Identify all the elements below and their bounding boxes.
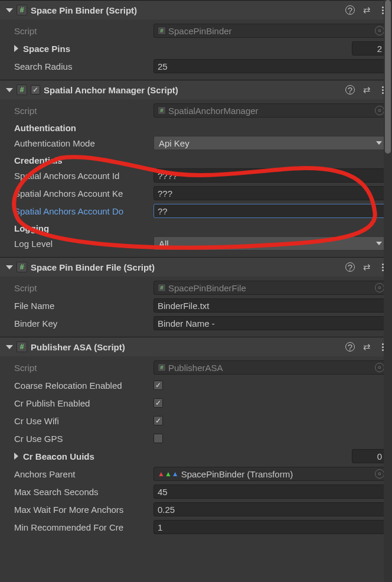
logging-header: Logging — [5, 220, 387, 235]
search-radius-label: Search Radius — [5, 61, 151, 71]
script-field[interactable]: # SpatialAnchorManager ⊙ — [153, 103, 387, 118]
preset-icon[interactable]: ⇄ — [363, 5, 371, 15]
script-label: Script — [5, 363, 151, 373]
help-icon[interactable]: ? — [345, 85, 355, 95]
script-icon: # — [17, 262, 27, 272]
script-field[interactable]: # SpacePinBinder ⊙ — [153, 24, 387, 38]
coarse-label: Coarse Relocation Enabled — [5, 381, 151, 391]
account-domain-label: Spatial Anchors Account Do — [5, 206, 151, 216]
script-icon: # — [17, 5, 27, 15]
component-spatial-anchor-manager: # ✓ Spatial Anchor Manager (Script) ? ⇄ … — [0, 80, 392, 257]
preset-icon[interactable]: ⇄ — [363, 342, 371, 352]
scrollbar-thumb[interactable] — [385, 0, 391, 154]
help-icon[interactable]: ? — [345, 5, 355, 15]
preset-icon[interactable]: ⇄ — [363, 262, 371, 272]
anchors-parent-label: Anchors Parent — [5, 469, 151, 479]
component-publisher-asa: # Publisher ASA (Script) ? ⇄ Script # Pu… — [0, 337, 392, 541]
script-field[interactable]: # SpacePinBinderFile ⊙ — [153, 281, 387, 295]
component-header[interactable]: # Publisher ASA (Script) ? ⇄ — [0, 337, 392, 356]
preset-icon[interactable]: ⇄ — [363, 84, 371, 95]
component-title: Space Pin Binder (Script) — [31, 5, 342, 15]
header-actions: ? ⇄ — [345, 262, 388, 272]
component-header[interactable]: # Space Pin Binder (Script) ? ⇄ — [0, 1, 392, 19]
object-picker-icon[interactable]: ⊙ — [375, 283, 384, 292]
auth-header: Authentication — [5, 119, 387, 134]
max-search-label: Max Search Seconds — [5, 487, 151, 497]
script-label: Script — [5, 26, 151, 36]
script-value: SpacePinBinder — [168, 26, 373, 36]
cr-gps-label: Cr Use GPS — [5, 434, 151, 444]
max-wait-field[interactable]: 0.25 — [153, 502, 387, 516]
max-search-field[interactable]: 45 — [153, 485, 387, 499]
min-rec-label: Min Recommended For Cre — [5, 522, 151, 532]
account-key-label: Spatial Anchors Account Ke — [5, 188, 151, 199]
scrollbar-track[interactable] — [384, 0, 392, 582]
anchors-parent-value: SpacePinBinder (Transform) — [181, 469, 373, 479]
binder-key-field[interactable]: Binder Name - — [153, 316, 387, 330]
object-picker-icon[interactable]: ⊙ — [375, 26, 384, 35]
foldout-toggle[interactable] — [14, 453, 18, 460]
log-level-dropdown[interactable]: All — [153, 236, 387, 251]
component-title: Publisher ASA (Script) — [31, 342, 342, 352]
auth-mode-dropdown[interactable]: Api Key — [153, 136, 387, 150]
enable-checkbox[interactable]: ✓ — [31, 85, 40, 95]
beacon-count[interactable]: 0 — [352, 449, 387, 463]
component-header[interactable]: # Space Pin Binder File (Script) ? ⇄ — [0, 258, 392, 277]
space-pins-label: Space Pins — [23, 44, 347, 54]
credentials-header: Credentials — [5, 152, 387, 167]
account-domain-field[interactable]: ?? — [153, 204, 387, 218]
header-actions: ? ⇄ — [345, 84, 388, 95]
auth-mode-label: Authentication Mode — [5, 138, 151, 148]
inspector-panel: # Space Pin Binder (Script) ? ⇄ Script #… — [0, 0, 392, 541]
script-field[interactable]: # PublisherASA ⊙ — [153, 360, 387, 375]
cr-wifi-label: Cr Use Wifi — [5, 416, 151, 426]
component-title: Spatial Anchor Manager (Script) — [44, 85, 342, 95]
component-title: Space Pin Binder File (Script) — [31, 262, 342, 272]
script-value: PublisherASA — [168, 363, 373, 373]
foldout-toggle[interactable] — [14, 45, 18, 52]
foldout-toggle[interactable] — [6, 88, 13, 92]
component-header[interactable]: # ✓ Spatial Anchor Manager (Script) ? ⇄ — [0, 80, 392, 99]
script-icon: # — [158, 27, 166, 35]
cr-wifi-checkbox[interactable]: ✓ — [153, 416, 163, 425]
foldout-toggle[interactable] — [6, 265, 13, 269]
script-icon: # — [158, 284, 166, 292]
transform-icon: ▲▲▲ — [158, 470, 179, 478]
help-icon[interactable]: ? — [345, 262, 355, 272]
max-wait-label: Max Wait For More Anchors — [5, 505, 151, 515]
foldout-toggle[interactable] — [6, 8, 13, 12]
object-picker-icon[interactable]: ⊙ — [375, 106, 384, 115]
search-radius-field[interactable]: 25 — [153, 59, 387, 73]
script-icon: # — [158, 106, 166, 115]
script-icon: # — [17, 342, 27, 352]
component-space-pin-binder: # Space Pin Binder (Script) ? ⇄ Script #… — [0, 0, 392, 80]
coarse-checkbox[interactable]: ✓ — [153, 381, 163, 390]
anchors-parent-field[interactable]: ▲▲▲ SpacePinBinder (Transform) ⊙ — [153, 467, 387, 481]
cr-gps-checkbox[interactable] — [153, 434, 163, 443]
account-id-field[interactable]: ???? — [153, 168, 387, 183]
min-rec-field[interactable]: 1 — [153, 520, 387, 534]
script-icon: # — [17, 84, 27, 95]
account-key-field[interactable]: ??? — [153, 186, 387, 200]
space-pins-count[interactable]: 2 — [352, 41, 387, 56]
file-name-field[interactable]: BinderFile.txt — [153, 298, 387, 313]
component-space-pin-binder-file: # Space Pin Binder File (Script) ? ⇄ Scr… — [0, 257, 392, 337]
foldout-toggle[interactable] — [6, 345, 13, 349]
object-picker-icon[interactable]: ⊙ — [375, 363, 384, 372]
file-name-label: File Name — [5, 301, 151, 311]
script-label: Script — [5, 106, 151, 116]
header-actions: ? ⇄ — [345, 5, 388, 15]
script-value: SpatialAnchorManager — [168, 106, 373, 116]
account-id-label: Spatial Anchors Account Id — [5, 171, 151, 181]
object-picker-icon[interactable]: ⊙ — [375, 469, 384, 479]
cr-publish-checkbox[interactable]: ✓ — [153, 398, 163, 408]
help-icon[interactable]: ? — [345, 342, 355, 352]
script-icon: # — [158, 363, 166, 372]
log-level-label: Log Level — [5, 239, 151, 249]
script-value: SpacePinBinderFile — [168, 283, 373, 293]
binder-key-label: Binder Key — [5, 318, 151, 329]
header-actions: ? ⇄ — [345, 342, 388, 352]
beacon-label: Cr Beacon Uuids — [23, 451, 347, 461]
cr-publish-label: Cr Publish Enabled — [5, 398, 151, 408]
script-label: Script — [5, 283, 151, 293]
